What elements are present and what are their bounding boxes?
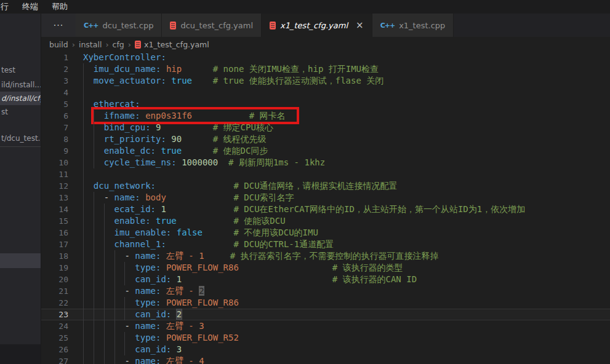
code-line[interactable]: 13 - name: body # DCU索引名字 [41,192,610,204]
code-token [218,157,228,167]
code-line[interactable]: 10 cycle_time_ns: 1000000 # 刷新周期1ms - 1k… [41,157,610,168]
code-line[interactable]: 21 - name: 左臂 - 2 [41,285,610,297]
code-line-content[interactable]: type: POWER_FLOW_R86 # 该执行器的类型 [83,262,610,274]
indent-guide [114,250,115,262]
code-line[interactable]: 11 [41,168,610,180]
code-token: true [171,76,192,85]
line-number: 18 [41,250,68,262]
code-line[interactable]: 3 move_actuator: true # true 使能执行器运动测试，f… [41,75,610,87]
sidebar-item[interactable]: d/install/cfg [0,92,41,105]
menu-item-终端[interactable]: 终端 [17,0,44,14]
tab-x1_test.cpp[interactable]: C++x1_test.cpp [372,14,454,37]
code-line-content[interactable]: can_id: 1 # 该执行器的CAN ID [83,274,610,285]
code-line-content[interactable] [83,87,610,98]
tab-dcu_test.cpp[interactable]: C++dcu_test.cpp [76,14,162,37]
close-icon[interactable]: × [356,21,364,30]
code-token: 90 [171,134,182,144]
code-line-content[interactable]: - name: 左臂 - 4 [83,355,610,364]
indent-guide [104,355,105,364]
breadcrumb-file[interactable]: x1_test_cfg.yaml [135,40,209,49]
tab-x1_test_cfg.yaml[interactable]: x1_test_cfg.yaml× [262,14,372,37]
code-line-content[interactable]: rt_priority: 90 # 线程优先级 [83,133,610,145]
code-line-content[interactable]: dcu_network: # DCU通信网络，请根据实机连接情况配置 [83,180,610,192]
sidebar-item[interactable]: st [0,105,41,119]
code-line[interactable]: 8 rt_priority: 90 # 线程优先级 [41,133,610,145]
sidebar-divider [0,146,41,147]
code-line-content[interactable]: ifname: enp0s31f6 # 网卡名 [83,110,610,122]
code-line[interactable]: 6 ifname: enp0s31f6 # 网卡名 [41,110,610,122]
code-line-content[interactable]: channel_1: # DCU的CTRL-1通道配置 [83,239,610,250]
code-line-content[interactable]: enable_dc: true # 使能DC同步 [83,145,610,157]
code-line-content[interactable]: XyberController: [83,52,610,63]
tab-dcu_test_cfg.yaml[interactable]: dcu_test_cfg.yaml [162,14,262,37]
code-line[interactable]: 5 ethercat: [41,98,610,110]
code-line-content[interactable]: type: POWER_FLOW_R86 [83,297,610,309]
code-token [83,181,94,191]
code-token: XyberController: [83,52,166,62]
code-line-content[interactable]: cycle_time_ns: 1000000 # 刷新周期1ms - 1khz [83,157,610,168]
breadcrumb-segment[interactable]: build [49,40,68,49]
code-token: type: [135,298,161,307]
code-token: type: [135,263,161,272]
code-line[interactable]: 20 can_id: 1 # 该执行器的CAN ID [41,274,610,285]
code-line[interactable]: 22 type: POWER_FLOW_R86 [41,297,610,309]
code-line-content[interactable] [83,168,610,180]
code-line[interactable]: 15 enable: true # 使能该DCU [41,215,610,227]
code-line-content[interactable]: enable: true # 使能该DCU [83,215,610,227]
code-line-content[interactable]: can_id: 2 [83,309,610,320]
code-line[interactable]: 17 channel_1: # DCU的CTRL-1通道配置 [41,239,610,250]
code-line-content[interactable]: - name: 左臂 - 3 [83,320,610,332]
sidebar-item[interactable]: t/dcu_test... [0,132,41,145]
code-token: 1000000 [182,157,218,167]
code-line-content[interactable]: - name: 左臂 - 2 [83,285,610,297]
code-line-content[interactable]: bind_cpu: 9 # 绑定CPU核心 [83,122,610,133]
code-line[interactable]: 27 - name: 左臂 - 4 [41,355,610,364]
code-line[interactable]: 19 type: POWER_FLOW_R86 # 该执行器的类型 [41,262,610,274]
code-line-content[interactable]: move_actuator: true # true 使能执行器运动测试，fla… [83,75,610,87]
code-token: enable_dc: [104,146,156,156]
code-line-content[interactable]: - name: 左臂 - 1 # 执行器索引名字，不需要控制的执行器可直接注释掉 [83,250,610,262]
code-line-content[interactable]: imu_dcu_name: hip # none 关闭IMU检查，hip 打开I… [83,63,610,75]
code-line[interactable]: 16 imu_enable: false # 不使用该DCU的IMU [41,227,610,239]
breadcrumb[interactable]: build›install›cfg›x1_test_cfg.yaml [41,37,610,52]
sidebar-selected-row[interactable] [0,253,41,268]
menu-item-帮助[interactable]: 帮助 [46,0,73,14]
code-line[interactable]: 7 bind_cpu: 9 # 绑定CPU核心 [41,122,610,133]
code-line[interactable]: 25 type: POWER_FLOW_R52 [41,332,610,344]
indent-guide [83,98,84,110]
code-line[interactable]: 26 can_id: 3 [41,344,610,355]
code-line[interactable]: 1XyberController: [41,52,610,63]
code-line[interactable]: 24 - name: 左臂 - 3 [41,320,610,332]
code-token: cycle_time_ns: [104,157,177,167]
code-token: POWER_FLOW_R52 [166,333,239,342]
code-line[interactable]: 12 dcu_network: # DCU通信网络，请根据实机连接情况配置 [41,180,610,192]
code-line-content[interactable]: type: POWER_FLOW_R52 [83,332,610,344]
code-line[interactable]: 4 [41,87,610,98]
code-line-content[interactable]: ecat_id: 1 # DCU在EtherCAT网络中的ID，从主站开始，第一… [83,204,610,215]
breadcrumb-segment[interactable]: cfg [113,40,124,49]
code-token [161,122,212,132]
code-line-content[interactable]: imu_enable: false # 不使用该DCU的IMU [83,227,610,239]
sidebar-item[interactable]: test [0,63,41,77]
code-token: # DCU通信网络，请根据实机连接情况配置 [233,181,397,191]
code-line[interactable]: 14 ecat_id: 1 # DCU在EtherCAT网络中的ID，从主站开始… [41,204,610,215]
indent-guide [124,274,125,285]
code-line-content[interactable]: ethercat: [83,98,610,110]
line-number: 27 [41,355,68,364]
code-token: ethercat: [94,99,140,109]
tab-overflow-ellipsis-icon[interactable]: ··· [41,14,76,37]
code-token [83,263,135,272]
code-line[interactable]: 2 imu_dcu_name: hip # none 关闭IMU检查，hip 打… [41,63,610,75]
menu-item-行[interactable]: 行 [0,0,14,14]
code-line-content[interactable]: can_id: 3 [83,344,610,355]
indent-guide [83,355,84,364]
code-editor[interactable]: 1XyberController:2 imu_dcu_name: hip # n… [41,52,610,364]
indent-guide [94,285,94,297]
code-line[interactable]: 9 enable_dc: true # 使能DC同步 [41,145,610,157]
code-line[interactable]: 18 - name: 左臂 - 1 # 执行器索引名字，不需要控制的执行器可直接… [41,250,610,262]
sidebar-panel[interactable]: testild/install...d/install/cfgstt/dcu_t… [0,14,41,364]
breadcrumb-segment[interactable]: install [79,40,102,49]
code-line-content[interactable]: - name: body # DCU索引名字 [83,192,610,204]
code-line[interactable]: 23 can_id: 2 [41,309,610,320]
sidebar-item[interactable]: ild/install... [0,78,41,92]
